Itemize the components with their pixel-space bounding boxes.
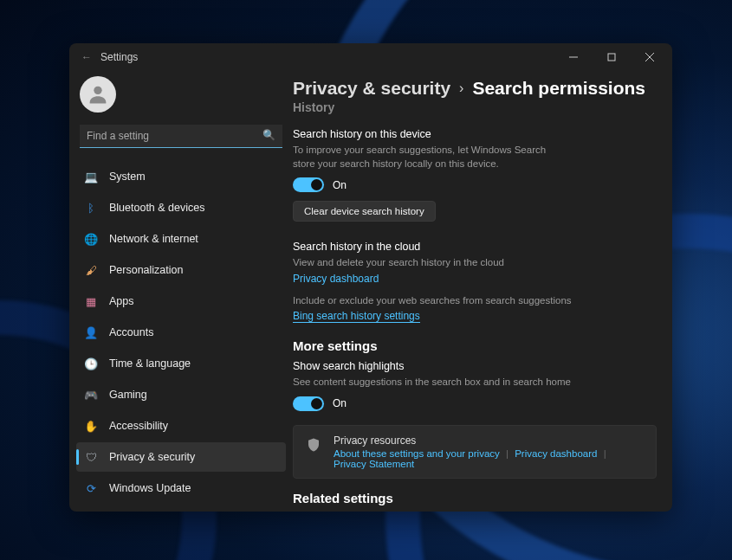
nav-item-network-internet[interactable]: 🌐Network & internet [76, 224, 286, 254]
accessibility-icon: ✋ [83, 418, 99, 434]
bluetooth-icon: ᛒ [83, 200, 99, 216]
nav-item-gaming[interactable]: 🎮Gaming [76, 380, 286, 409]
device-history-toggle-label: On [333, 179, 347, 191]
accounts-icon: 👤 [83, 325, 99, 340]
nav-item-accessibility[interactable]: ✋Accessibility [76, 411, 286, 441]
window-title: Settings [100, 51, 554, 63]
nav-item-time-language[interactable]: 🕒Time & language [76, 349, 286, 378]
breadcrumb-current: Search permissions [472, 78, 645, 99]
back-button[interactable]: ← [80, 51, 94, 63]
shield-icon [306, 437, 321, 453]
settings-window: ← Settings 🔍 💻SystemᛒBluetooth & devices… [69, 43, 672, 512]
minimize-button[interactable] [554, 45, 593, 69]
nav-label: Privacy & security [109, 451, 195, 463]
nav-label: Accessibility [109, 420, 168, 432]
nav-label: Time & language [109, 357, 191, 370]
nav-item-accounts[interactable]: 👤Accounts [76, 318, 286, 347]
device-history-desc: To improve your search suggestions, let … [293, 144, 553, 171]
nav-label: Accounts [109, 326, 153, 338]
sidebar: 🔍 💻SystemᛒBluetooth & devices🌐Network & … [69, 71, 293, 512]
device-history-toggle[interactable] [293, 177, 324, 192]
update-icon: ⟳ [83, 480, 99, 496]
nav-label: Bluetooth & devices [109, 202, 205, 214]
nav-label: Personalization [109, 264, 183, 276]
section-more: More settings [293, 338, 657, 353]
nav-item-personalization[interactable]: 🖌Personalization [76, 255, 286, 285]
privacy-icon: 🛡 [83, 449, 99, 465]
content-pane[interactable]: Privacy & security › Search permissions … [293, 71, 672, 512]
nav-list: 💻SystemᛒBluetooth & devices🌐Network & in… [76, 162, 286, 505]
privacy-dashboard-link[interactable]: Privacy dashboard [293, 273, 379, 285]
resources-title: Privacy resources [334, 434, 644, 447]
search-icon: 🔍 [262, 129, 275, 141]
resources-link-0[interactable]: About these settings and your privacy [334, 448, 500, 459]
highlights-toggle[interactable] [293, 396, 324, 411]
maximize-button[interactable] [593, 45, 631, 69]
cloud-history-desc1: View and delete your search history in t… [293, 256, 553, 270]
nav-item-apps[interactable]: ▦Apps [76, 286, 286, 316]
nav-item-windows-update[interactable]: ⟳Windows Update [76, 473, 286, 503]
breadcrumb: Privacy & security › Search permissions [293, 71, 657, 102]
resources-link-2[interactable]: Privacy Statement [334, 459, 414, 469]
chevron-right-icon: › [459, 80, 463, 96]
bing-history-link[interactable]: Bing search history settings [293, 310, 420, 323]
gaming-icon: 🎮 [83, 387, 99, 402]
time-icon: 🕒 [83, 356, 99, 371]
personalization-icon: 🖌 [83, 262, 99, 278]
highlights-desc: See content suggestions in the search bo… [293, 376, 587, 389]
section-history: History [293, 100, 657, 114]
nav-item-bluetooth-devices[interactable]: ᛒBluetooth & devices [76, 193, 286, 222]
highlights-toggle-label: On [333, 397, 347, 409]
resources-links: About these settings and your privacy | … [334, 448, 644, 469]
highlights-title: Show search highlights [293, 360, 657, 372]
nav-label: Apps [109, 295, 134, 307]
nav-label: System [109, 171, 146, 183]
close-button[interactable] [631, 45, 669, 69]
titlebar: ← Settings [69, 43, 672, 71]
cloud-history-desc2: Include or exclude your web searches fro… [293, 294, 587, 308]
cloud-history-title: Search history in the cloud [293, 241, 657, 253]
breadcrumb-parent[interactable]: Privacy & security [293, 78, 450, 99]
device-history-title: Search history on this device [293, 128, 657, 140]
user-avatar[interactable] [80, 76, 116, 113]
svg-rect-1 [608, 54, 615, 61]
nav-label: Windows Update [109, 482, 191, 494]
clear-history-button[interactable]: Clear device search history [293, 201, 436, 222]
resources-link-1[interactable]: Privacy dashboard [515, 448, 597, 459]
nav-item-privacy-security[interactable]: 🛡Privacy & security [76, 442, 286, 472]
section-related: Related settings [293, 491, 657, 505]
nav-item-system[interactable]: 💻System [76, 162, 286, 191]
nav-label: Network & internet [109, 233, 198, 245]
nav-label: Gaming [109, 389, 147, 401]
network-icon: 🌐 [83, 231, 99, 247]
svg-point-4 [94, 87, 101, 94]
apps-icon: ▦ [83, 293, 99, 309]
search-input[interactable] [80, 125, 282, 148]
privacy-resources-card: Privacy resources About these settings a… [293, 425, 657, 479]
system-icon: 💻 [83, 169, 99, 184]
